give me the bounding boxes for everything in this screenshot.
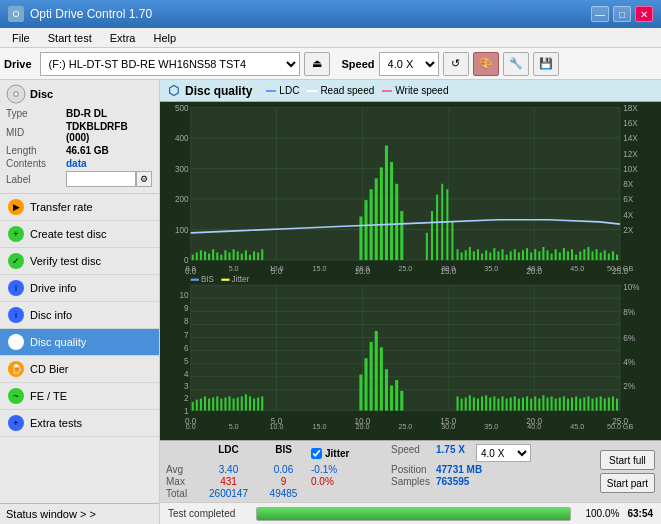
svg-rect-152	[212, 397, 214, 410]
menu-extra[interactable]: Extra	[102, 30, 144, 46]
legend-ldc-label: LDC	[279, 85, 299, 96]
svg-rect-48	[233, 249, 235, 260]
svg-text:6%: 6%	[623, 333, 635, 343]
sidebar-item-disc-info[interactable]: i Disc info	[0, 302, 159, 329]
speed-select[interactable]: 4.0 X	[379, 52, 439, 76]
svg-text:14X: 14X	[623, 133, 638, 143]
eject-button[interactable]: ⏏	[304, 52, 330, 76]
svg-rect-95	[555, 249, 557, 260]
svg-rect-163	[257, 397, 259, 410]
svg-text:8X: 8X	[623, 179, 633, 189]
svg-rect-205	[583, 397, 585, 410]
refresh-button[interactable]: ↺	[443, 52, 469, 76]
svg-rect-103	[587, 247, 589, 260]
minimize-button[interactable]: —	[591, 6, 609, 22]
disc-header-label: Disc	[30, 88, 53, 100]
svg-text:10%: 10%	[623, 281, 640, 291]
svg-rect-177	[469, 395, 471, 410]
drive-select[interactable]: (F:) HL-DT-ST BD-RE WH16NS58 TST4	[40, 52, 300, 76]
svg-text:10.0: 10.0	[270, 264, 284, 273]
svg-rect-159	[241, 396, 243, 410]
status-window-label: Status window > >	[6, 508, 96, 520]
svg-rect-99	[571, 249, 573, 260]
svg-rect-107	[604, 250, 606, 260]
close-button[interactable]: ✕	[635, 6, 653, 22]
disc-info-label: Disc info	[30, 309, 72, 321]
menu-file[interactable]: File	[4, 30, 38, 46]
disc-label-input[interactable]	[66, 171, 136, 187]
svg-text:50.0 GB: 50.0 GB	[607, 422, 633, 431]
menu-start-test[interactable]: Start test	[40, 30, 100, 46]
svg-rect-88	[526, 248, 528, 260]
svg-rect-84	[510, 251, 512, 260]
chart-legend: LDC Read speed Write speed	[266, 85, 448, 96]
svg-rect-150	[204, 396, 206, 410]
svg-rect-98	[567, 251, 569, 260]
sidebar-item-verify-test-disc[interactable]: ✓ Verify test disc	[0, 248, 159, 275]
svg-rect-191	[526, 396, 528, 410]
svg-rect-176	[465, 397, 467, 410]
speed-dropdown[interactable]: 4.0 X	[476, 444, 531, 462]
svg-text:20.0: 20.0	[355, 422, 369, 431]
chart-title: Disc quality	[185, 84, 252, 98]
sidebar-item-extra-tests[interactable]: + Extra tests	[0, 410, 159, 437]
svg-rect-78	[485, 250, 487, 260]
svg-rect-194	[538, 399, 540, 411]
svg-text:5.0: 5.0	[229, 264, 239, 273]
stats-col-bis: BIS	[256, 444, 311, 462]
start-part-button[interactable]: Start part	[600, 473, 655, 493]
svg-text:0.0: 0.0	[186, 422, 196, 431]
svg-rect-91	[538, 251, 540, 260]
disc-label-btn[interactable]: ⚙	[136, 171, 152, 187]
svg-rect-72	[461, 252, 463, 260]
svg-rect-161	[249, 396, 251, 410]
start-full-button[interactable]: Start full	[600, 450, 655, 470]
disc-length-val: 46.61 GB	[66, 145, 109, 156]
disc-mid-val: TDKBLDRFB (000)	[66, 121, 153, 143]
svg-text:35.0: 35.0	[484, 264, 498, 273]
svg-rect-200	[563, 396, 565, 410]
save-button[interactable]: 💾	[533, 52, 559, 76]
svg-rect-52	[249, 255, 251, 260]
disc-length-row: Length 46.61 GB	[6, 145, 153, 156]
main-area: Disc Type BD-R DL MID TDKBLDRFB (000) Le…	[0, 80, 661, 524]
progress-time: 63:54	[627, 508, 653, 519]
create-test-label: Create test disc	[30, 228, 106, 240]
legend-ldc: LDC	[266, 85, 299, 96]
svg-rect-69	[446, 189, 448, 260]
svg-rect-87	[522, 250, 524, 260]
chart-header: ⬡ Disc quality LDC Read speed Write spee…	[160, 80, 661, 102]
sidebar-item-drive-info[interactable]: i Drive info	[0, 275, 159, 302]
progress-percent: 100.0%	[579, 508, 619, 519]
svg-rect-153	[216, 396, 218, 410]
tools-button[interactable]: 🔧	[503, 52, 529, 76]
svg-rect-171	[390, 385, 393, 410]
sidebar-item-fe-te[interactable]: ~ FE / TE	[0, 383, 159, 410]
svg-text:10: 10	[180, 290, 189, 300]
sidebar-item-transfer-rate[interactable]: ▶ Transfer rate	[0, 194, 159, 221]
legend-read: Read speed	[307, 85, 374, 96]
svg-rect-209	[600, 396, 602, 410]
window-controls: — □ ✕	[591, 6, 653, 22]
svg-text:2X: 2X	[623, 225, 633, 235]
maximize-button[interactable]: □	[613, 6, 631, 22]
svg-rect-149	[200, 399, 202, 411]
jitter-checkbox[interactable]	[311, 448, 322, 459]
legend-write-color	[382, 90, 392, 92]
stats-table: LDC BIS Jitter Speed 1.75 X 4.0 X A	[166, 444, 594, 499]
svg-text:6: 6	[184, 342, 189, 352]
status-window-button[interactable]: Status window > >	[0, 503, 159, 524]
menu-help[interactable]: Help	[145, 30, 184, 46]
disc-mid-key: MID	[6, 127, 66, 138]
sidebar-item-cd-bier[interactable]: 🍺 CD Bier	[0, 356, 159, 383]
svg-rect-76	[477, 249, 479, 260]
sidebar-item-disc-quality[interactable]: ★ Disc quality	[0, 329, 159, 356]
settings-button[interactable]: 🎨	[473, 52, 499, 76]
svg-rect-63	[395, 184, 398, 260]
svg-rect-101	[579, 251, 581, 260]
sidebar-item-create-test-disc[interactable]: + Create test disc	[0, 221, 159, 248]
disc-panel-header: Disc	[6, 84, 153, 104]
verify-test-label: Verify test disc	[30, 255, 101, 267]
total-label: Total	[166, 488, 201, 499]
position-val: 47731 MB	[436, 464, 482, 475]
